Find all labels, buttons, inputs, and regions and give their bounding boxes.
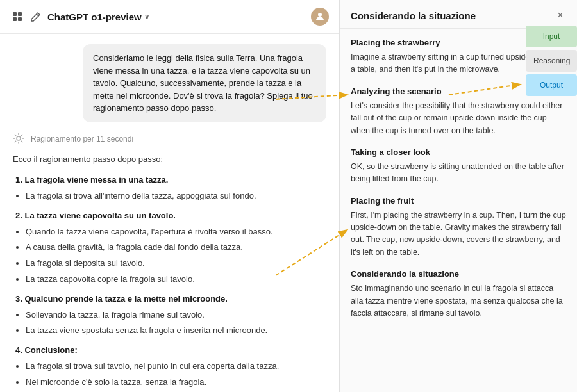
svg-rect-3 — [18, 17, 22, 21]
reasoning-panel-header: Considerando la situazione × — [340, 0, 577, 29]
bullet-list-2: Quando la tazza viene capovolta, l'apert… — [15, 225, 326, 286]
response-intro: Ecco il ragionamento passo dopo passo: — [13, 153, 326, 167]
header-icons — [10, 10, 42, 24]
svg-point-5 — [17, 136, 21, 140]
reasoning-panel-title: Considerando la situazione — [351, 10, 476, 21]
numbered-item-4: 4. Conclusione: La fragola si trova sul … — [15, 344, 326, 389]
output-button[interactable]: Output — [526, 74, 577, 96]
bullet-list-1: La fragola si trova all'interno della ta… — [15, 190, 326, 203]
svg-point-4 — [318, 13, 322, 17]
input-button[interactable]: Input — [526, 26, 577, 47]
svg-rect-1 — [18, 12, 22, 16]
avatar — [311, 8, 329, 26]
bullet-list-3: Sollevando la tazza, la fragola rimane s… — [15, 309, 326, 338]
edit-icon[interactable] — [28, 10, 42, 24]
numbered-list: 1. La fragola viene messa in una tazza. … — [13, 174, 326, 389]
grid-icon[interactable] — [10, 10, 24, 24]
reasoning-section-3: Taking a closer look OK, so the strawber… — [351, 147, 567, 186]
reasoning-button[interactable]: Reasoning — [526, 50, 577, 72]
chat-header: ChatGPT o1-preview ∨ — [0, 0, 339, 34]
gear-icon — [13, 133, 26, 145]
side-buttons: Input Reasoning Output — [526, 26, 577, 99]
chat-panel: ChatGPT o1-preview ∨ Consideriamo le leg… — [0, 0, 340, 392]
numbered-item-1: 1. La fragola viene messa in una tazza. … — [15, 174, 326, 203]
reasoning-section-4: Placing the fruit First, I'm placing the… — [351, 196, 567, 259]
reasoning-indicator: Ragionamento per 11 secondi — [13, 133, 326, 145]
user-message: Consideriamo le leggi della fisica sulla… — [83, 44, 326, 122]
chat-body: Consideriamo le leggi della fisica sulla… — [0, 34, 339, 392]
svg-rect-2 — [13, 17, 17, 21]
reasoning-section-5: Considerando la situazione Sto immaginan… — [351, 269, 567, 320]
model-selector[interactable]: ChatGPT o1-preview ∨ — [47, 12, 149, 22]
assistant-response: Ecco il ragionamento passo dopo passo: 1… — [13, 153, 326, 393]
numbered-item-2: 2. La tazza viene capovolta su un tavolo… — [15, 209, 326, 286]
close-button[interactable]: × — [554, 9, 567, 22]
chevron-down-icon: ∨ — [144, 13, 149, 21]
numbered-item-3: 3. Qualcuno prende la tazza e la mette n… — [15, 293, 326, 338]
bullet-list-4: La fragola si trova sul tavolo, nel punt… — [15, 360, 326, 389]
svg-rect-0 — [13, 12, 17, 16]
